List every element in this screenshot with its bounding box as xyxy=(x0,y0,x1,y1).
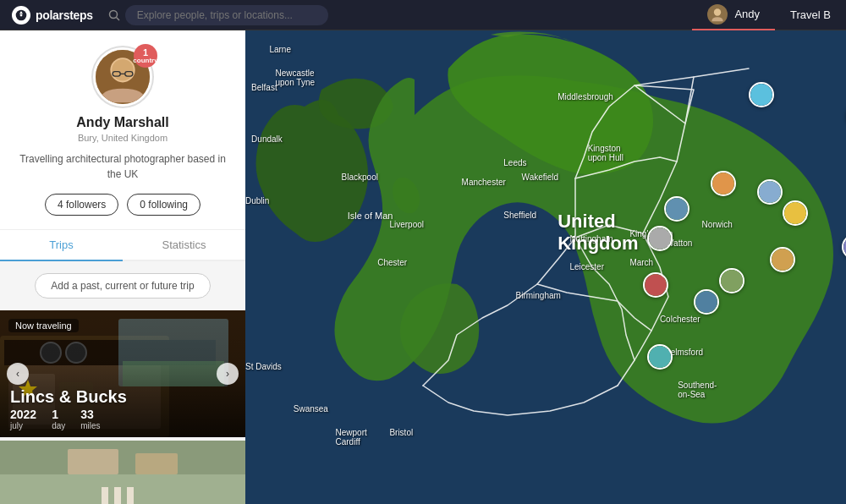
trip-year: 2022 july xyxy=(10,408,36,430)
svg-line-3 xyxy=(116,17,119,20)
map-pin-swales[interactable] xyxy=(647,344,673,370)
trip-card-2[interactable] xyxy=(0,441,245,504)
svg-point-1 xyxy=(20,14,23,16)
svg-rect-25 xyxy=(135,453,178,474)
trip-meta: 2022 july 1 day 33 miles xyxy=(10,408,235,430)
travel-tab-label: Travel B xyxy=(790,8,831,21)
svg-rect-26 xyxy=(102,487,108,504)
sidebar: 1 country Andy Marshall Bury, United Kin… xyxy=(0,30,245,504)
map-pin-manchester[interactable] xyxy=(711,171,736,196)
user-tab[interactable]: Andy xyxy=(692,0,775,30)
trip-next-button[interactable]: › xyxy=(217,363,239,385)
avatar xyxy=(707,4,728,25)
trip-title: Lincs & Bucks xyxy=(10,387,127,407)
profile-section: 1 country Andy Marshall Bury, United Kin… xyxy=(0,30,245,230)
svg-point-7 xyxy=(112,59,134,81)
map-pin-chester[interactable] xyxy=(647,226,673,251)
logo-text: polarsteps xyxy=(36,8,93,22)
logo-icon xyxy=(12,6,30,25)
country-badge: 1 country xyxy=(134,44,157,68)
search-icon xyxy=(108,9,120,21)
trip-card[interactable]: Now traveling ‹ › Lincs & Bucks 2022 jul… xyxy=(0,310,245,437)
search-input[interactable] xyxy=(125,5,328,25)
tab-statistics[interactable]: Statistics xyxy=(123,230,245,260)
trip-miles: 33 miles xyxy=(80,408,100,430)
tab-trips[interactable]: Trips xyxy=(0,230,123,261)
header: polarsteps Andy Travel B xyxy=(0,0,846,30)
svg-point-4 xyxy=(714,8,721,15)
travel-tab[interactable]: Travel B xyxy=(775,0,846,30)
map-pin-emid[interactable] xyxy=(770,247,795,272)
map-pin-liverpool[interactable] xyxy=(664,196,689,222)
map-area[interactable]: Newcastleupon Tyne Larne Belfast Dundalk… xyxy=(245,30,846,504)
trips-content: Add a past, current or future trip xyxy=(0,261,245,504)
avatar-wrap: 1 country xyxy=(93,47,152,107)
header-right: Andy Travel B xyxy=(692,0,846,30)
trip-days: 1 day xyxy=(52,408,65,430)
now-traveling-badge: Now traveling xyxy=(8,319,79,332)
svg-rect-28 xyxy=(127,487,134,504)
svg-point-2 xyxy=(109,10,117,18)
map-pin-lincs[interactable] xyxy=(783,200,808,226)
user-tab-label: Andy xyxy=(734,8,760,20)
profile-location: Bury, United Kingdom xyxy=(17,133,228,143)
trip-prev-button[interactable]: ‹ xyxy=(7,363,29,385)
tab-bar: Trips Statistics xyxy=(0,230,245,261)
followers-button[interactable]: 4 followers xyxy=(45,194,118,216)
map-pin-birmingham[interactable] xyxy=(694,289,719,315)
add-trip-button[interactable]: Add a past, current or future trip xyxy=(35,273,210,299)
trip-card-2-image xyxy=(0,441,245,504)
map-pin-birmeast[interactable] xyxy=(719,268,744,293)
logo-area[interactable]: polarsteps xyxy=(0,6,105,25)
profile-name: Andy Marshall xyxy=(17,115,228,130)
map-pin-westmid[interactable] xyxy=(643,272,668,298)
svg-rect-27 xyxy=(114,487,121,504)
trip-image: Now traveling ‹ › Lincs & Bucks 2022 jul… xyxy=(0,310,245,437)
map-pin-sheffield[interactable] xyxy=(757,179,783,205)
follow-buttons: 4 followers 0 following xyxy=(17,194,228,216)
svg-rect-24 xyxy=(68,449,118,474)
following-button[interactable]: 0 following xyxy=(127,194,201,216)
profile-bio: Travelling architectural photographer ba… xyxy=(17,151,228,182)
svg-rect-23 xyxy=(0,474,245,504)
map-pin-newcastle[interactable] xyxy=(749,82,774,107)
